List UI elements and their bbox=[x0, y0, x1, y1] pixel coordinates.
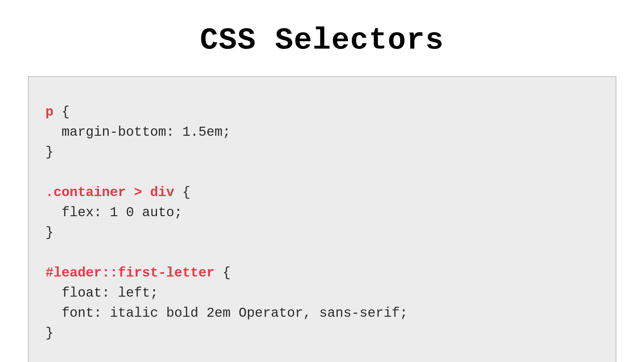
code-line-brace-close: } bbox=[46, 223, 599, 243]
code-line-rule3-open: #leader::first-letter { bbox=[46, 263, 599, 283]
brace-open: { bbox=[174, 185, 191, 200]
brace-open: { bbox=[215, 265, 231, 281]
code-blank-line bbox=[46, 243, 599, 263]
code-blank-line bbox=[46, 163, 599, 183]
code-example-box: p { margin-bottom: 1.5em; } .container >… bbox=[28, 76, 616, 362]
code-line-rule1-open: p { bbox=[46, 102, 599, 122]
selector-container-div: .container > div bbox=[46, 185, 174, 200]
code-line-declaration: margin-bottom: 1.5em; bbox=[46, 122, 599, 142]
code-line-rule2-open: .container > div { bbox=[46, 183, 599, 203]
code-line-declaration: float: left; bbox=[46, 283, 599, 303]
code-line-brace-close: } bbox=[46, 142, 599, 163]
selector-leader-first-letter: #leader::first-letter bbox=[46, 265, 215, 281]
code-line-brace-close: } bbox=[46, 323, 599, 344]
brace-open: { bbox=[54, 105, 70, 120]
code-line-declaration: font: italic bold 2em Operator, sans-ser… bbox=[46, 303, 599, 323]
selector-p: p bbox=[46, 105, 54, 120]
slide-title: CSS Selectors bbox=[200, 23, 444, 58]
code-line-declaration: flex: 1 0 auto; bbox=[46, 203, 599, 223]
